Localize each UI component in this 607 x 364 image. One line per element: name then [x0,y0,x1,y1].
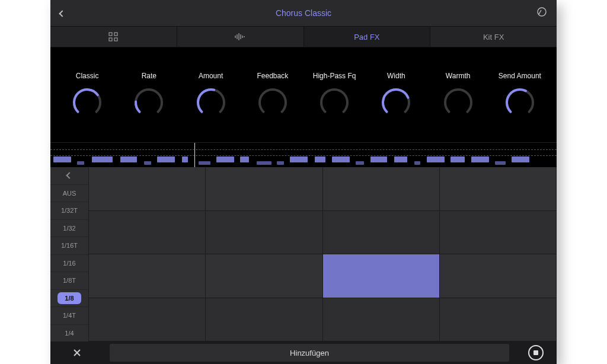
back-button[interactable] [60,8,65,18]
waveform-block [495,161,506,165]
waveform-block [332,157,350,162]
tab-grid-view[interactable] [50,27,177,47]
knob-control[interactable] [257,87,288,118]
tab-pad-fx[interactable]: Pad FX [304,27,431,47]
playhead[interactable] [194,143,195,167]
stop-icon [528,345,544,360]
waveform-block [356,161,364,165]
close-icon [73,349,81,357]
pad-cell[interactable] [206,298,322,342]
waveform-icon [234,33,246,41]
pad-cell[interactable] [206,211,322,255]
timeline-waveform[interactable] [50,142,557,167]
quantize-back-button[interactable] [50,167,88,184]
knob-control[interactable] [319,87,350,118]
waveform-block [144,161,151,165]
waveform-block [216,157,234,162]
view-tabs: Pad FX Kit FX [50,26,557,47]
knob-send-amount: Send Amount [494,72,546,118]
knob-control[interactable] [381,87,411,118]
pad-cell[interactable] [323,211,440,255]
tab-kit-fx[interactable]: Kit FX [430,27,557,47]
knob-label: Send Amount [499,72,541,80]
knob-control[interactable] [72,87,103,118]
quantize-option-1-8t[interactable]: 1/8T [50,272,88,289]
knob-classic: Classic [61,72,113,118]
knob-label: Classic [76,72,99,80]
pad-cell[interactable] [206,167,322,211]
stop-button[interactable] [515,345,557,360]
svg-rect-3 [109,38,112,41]
quantize-sidebar: AUS1/32T1/321/16T1/161/8T1/81/4T1/4 [50,167,88,341]
quantize-option-1-8[interactable]: 1/8 [50,289,88,307]
pad-cell[interactable] [440,211,557,255]
quantize-option-1-32t[interactable]: 1/32T [50,202,88,219]
waveform-block [257,161,271,165]
quantize-option-1-4[interactable]: 1/4 [50,324,88,342]
quantize-label: 1/8 [57,292,81,304]
quantize-label: 1/32 [63,225,75,232]
waveform-block [414,161,420,165]
waveform-block [199,161,210,165]
knob-label: Rate [142,72,156,80]
quantize-option-1-4t[interactable]: 1/4T [50,306,88,324]
knob-control[interactable] [196,87,226,118]
waveform-baseline [50,155,557,156]
quantize-label: 1/4 [65,330,74,337]
waveform-block [53,157,71,162]
knob-label: Feedback [257,72,289,80]
waveform-block [315,157,325,162]
pad-cell[interactable] [206,254,322,298]
knob-width: Width [370,72,422,118]
pad-cell[interactable] [89,298,206,342]
tuning-target-button[interactable] [536,7,547,20]
target-icon [536,7,547,17]
knob-label: Width [387,72,405,80]
pad-cell[interactable] [323,298,440,342]
knob-rate: Rate [123,72,175,118]
knob-control[interactable] [443,87,474,118]
waveform-block [512,157,529,162]
knob-amount: Amount [185,72,237,118]
grid-icon [108,32,118,41]
quantize-label: 1/16T [61,242,78,249]
pad-cell[interactable] [440,298,557,342]
knob-warmth: Warmth [432,72,484,118]
quantize-label: AUS [63,190,76,197]
bottom-bar: Hinzufügen [50,341,557,364]
pad-cell[interactable] [323,254,440,298]
waveform-block [277,161,284,165]
pad-cell[interactable] [440,167,557,211]
svg-rect-4 [114,38,117,41]
knob-control[interactable] [133,87,164,118]
knob-label: High-Pass Fq [313,72,356,80]
waveform-block [182,157,188,162]
quantize-option-1-32[interactable]: 1/32 [50,219,88,237]
waveform-block [240,157,249,162]
knob-high-pass-fq: High-Pass Fq [308,72,360,118]
svg-point-0 [538,8,546,16]
quantize-option-1-16t[interactable]: 1/16T [50,237,88,254]
pad-cell[interactable] [89,211,206,255]
waveform-block [120,157,137,162]
chevron-left-icon [66,173,72,179]
page-title: Chorus Classic [276,8,331,18]
app-frame: Chorus Classic [50,0,557,364]
tab-waveform-view[interactable] [177,27,304,47]
pad-cell[interactable] [440,254,557,298]
knob-feedback: Feedback [247,72,299,118]
waveform-block [290,157,308,162]
knob-control[interactable] [504,87,535,118]
add-button[interactable]: Hinzufügen [110,344,509,362]
quantize-option-1-16[interactable]: 1/16 [50,254,88,272]
close-button[interactable] [50,349,104,357]
quantize-option-aus[interactable]: AUS [50,184,88,202]
pad-cell[interactable] [89,167,206,211]
titlebar: Chorus Classic [50,0,557,26]
quantize-label: 1/32T [61,207,78,214]
waveform-block [394,157,407,162]
pad-cell[interactable] [89,254,206,298]
knob-label: Warmth [446,72,471,80]
waveform-block [451,157,465,162]
pad-cell[interactable] [323,167,440,211]
